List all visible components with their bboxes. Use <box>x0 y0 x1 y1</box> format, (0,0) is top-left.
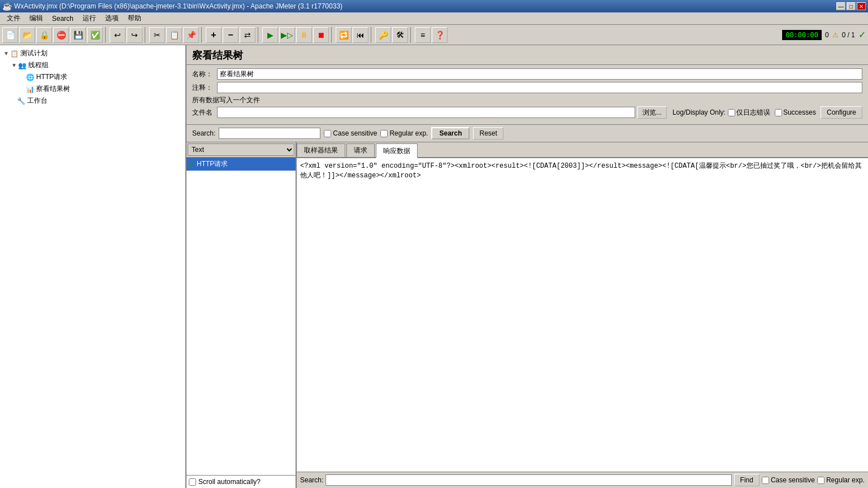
progress-display: 0 / 1 <box>842 31 855 39</box>
title-bar-buttons: — □ ✕ <box>836 2 866 10</box>
sep4 <box>258 27 260 43</box>
search-button[interactable]: Search <box>431 127 470 140</box>
tree-icon-thread-group: 👥 <box>18 62 27 69</box>
list-item[interactable]: ✔ HTTP请求 <box>186 158 296 171</box>
successes-checkbox[interactable] <box>775 109 782 116</box>
name-input[interactable] <box>217 68 862 80</box>
bottom-case-checkbox[interactable] <box>762 477 769 484</box>
tab-response-data[interactable]: 响应数据 <box>376 143 418 158</box>
remove-btn[interactable]: − <box>223 27 238 43</box>
response-content: <?xml version="1.0" encoding="UTF-8"?><x… <box>297 158 868 472</box>
undo-btn[interactable]: ↩ <box>110 27 125 43</box>
title-bar-text: WxActivity.jmx (D:\Program Files (x86)\a… <box>14 2 836 10</box>
log-options-inline: Log/Display Only: <box>672 108 726 116</box>
section-header: 所有数据写入一个文件 <box>192 95 862 105</box>
maximize-button[interactable]: □ <box>847 2 856 10</box>
tree-item-test-plan[interactable]: ▼📋测试计划 <box>2 47 183 59</box>
component-title: 察看结果树 <box>186 45 868 65</box>
tree-item-workbench[interactable]: 🔧工作台 <box>2 95 183 107</box>
left-panel: ▼📋测试计划▼👥线程组🌐HTTP请求📊察看结果树🔧工作台 <box>0 45 186 488</box>
regexp-label: Regular exp. <box>380 129 428 137</box>
browse-button[interactable]: 浏览... <box>637 106 667 119</box>
toolbar: 📄 📂 🔒 ⛔ 💾 ✅ ↩ ↪ ✂ 📋 📌 + − ⇄ ▶ ▶▷ ⏸ ⏹ 🔁 ⏮… <box>0 25 868 45</box>
menu-item-运行[interactable]: 运行 <box>78 12 101 24</box>
menu-item-Search[interactable]: Search <box>47 14 78 24</box>
tree-icon-workbench: 🔧 <box>17 97 25 105</box>
tree-label-http-request: HTTP请求 <box>36 72 67 82</box>
start-btn[interactable]: ▶ <box>262 27 278 43</box>
errors-label: 仅日志错误 <box>736 108 770 117</box>
tree-item-view-results-tree[interactable]: 📊察看结果树 <box>2 83 183 95</box>
status-success-icon: ✔ <box>189 160 194 168</box>
menu-bar: 文件编辑Search运行选项帮助 <box>0 12 868 25</box>
save-btn[interactable]: 💾 <box>70 27 86 43</box>
tree-label-workbench: 工作台 <box>27 96 47 106</box>
name-row: 名称： <box>192 68 862 80</box>
warning-count: 0 <box>825 31 829 39</box>
success-icon: ✓ <box>858 29 866 40</box>
menu-item-选项[interactable]: 选项 <box>101 12 123 24</box>
remote-start-btn[interactable]: 🔁 <box>336 27 351 43</box>
menu-item-文件[interactable]: 文件 <box>2 12 25 24</box>
table-btn[interactable]: ≡ <box>415 27 431 43</box>
bottom-search-bar: Search: Find Case sensitive Regular exp. <box>297 472 868 488</box>
ssl-btn[interactable]: 🔑 <box>375 27 391 43</box>
sep1 <box>105 27 107 43</box>
copy-btn[interactable]: 📋 <box>166 27 182 43</box>
stop-btn[interactable]: ⏹ <box>313 27 329 43</box>
form-area: 名称： 注释： 所有数据写入一个文件 文件名 浏览... Log/Display… <box>186 65 868 125</box>
function-btn[interactable]: 🛠 <box>392 27 408 43</box>
title-bar: ☕ WxActivity.jmx (D:\Program Files (x86)… <box>0 0 868 12</box>
tab-request[interactable]: 请求 <box>346 143 375 157</box>
close-btn[interactable]: ⛔ <box>53 27 69 43</box>
new-btn[interactable]: 📄 <box>2 27 18 43</box>
tree-label-thread-group: 线程组 <box>28 60 49 70</box>
search-input[interactable] <box>219 128 320 139</box>
menu-item-帮助[interactable]: 帮助 <box>123 12 146 24</box>
bottom-case-label: Case sensitive <box>762 476 815 484</box>
paste-btn[interactable]: 📌 <box>183 27 199 43</box>
scroll-label: Scroll automatically? <box>198 478 261 486</box>
cut-btn[interactable]: ✂ <box>149 27 165 43</box>
remote-stop-btn[interactable]: ⏮ <box>353 27 368 43</box>
minimize-button[interactable]: — <box>836 2 845 10</box>
regexp-checkbox[interactable] <box>380 130 388 137</box>
right-panel: 察看结果树 名称： 注释： 所有数据写入一个文件 文件名 浏览... Log/D… <box>186 45 868 488</box>
sep5 <box>331 27 333 43</box>
open-btn[interactable]: 📂 <box>19 27 35 43</box>
redo-btn[interactable]: ↪ <box>127 27 142 43</box>
comment-row: 注释： <box>192 82 862 93</box>
list-items: ✔ HTTP请求 <box>186 158 296 475</box>
scroll-checkbox[interactable] <box>189 478 196 486</box>
comment-input[interactable] <box>217 82 862 93</box>
tabs-bar: 取样器结果 请求 响应数据 <box>297 142 868 158</box>
help-btn[interactable]: ❓ <box>432 27 448 43</box>
template-btn[interactable]: 🔒 <box>36 27 52 43</box>
view-dropdown[interactable]: Text <box>188 143 294 156</box>
name-label: 名称： <box>192 69 215 79</box>
search-label: Search: <box>192 129 215 137</box>
configure-button[interactable]: Configure <box>821 106 862 119</box>
add-btn[interactable]: + <box>206 27 222 43</box>
tree-item-thread-group[interactable]: ▼👥线程组 <box>2 59 183 71</box>
timer-display: 00:00:00 <box>782 30 822 40</box>
tree-label-test-plan: 测试计划 <box>20 49 47 58</box>
tab-sampler-result[interactable]: 取样器结果 <box>297 143 345 157</box>
case-sensitive-checkbox[interactable] <box>324 130 331 137</box>
file-input[interactable] <box>217 107 635 118</box>
toggle-btn[interactable]: ⇄ <box>240 27 255 43</box>
tree-item-http-request[interactable]: 🌐HTTP请求 <box>2 71 183 83</box>
pause-btn[interactable]: ⏸ <box>296 27 312 43</box>
start-no-pauses-btn[interactable]: ▶▷ <box>279 27 295 43</box>
reset-button[interactable]: Reset <box>473 127 503 140</box>
bottom-regexp-checkbox[interactable] <box>817 477 824 484</box>
validate-btn[interactable]: ✅ <box>87 27 103 43</box>
bottom-search-input[interactable] <box>326 474 731 486</box>
sep2 <box>145 27 147 43</box>
close-window-button[interactable]: ✕ <box>857 2 866 10</box>
find-button[interactable]: Find <box>734 474 760 486</box>
menu-item-编辑[interactable]: 编辑 <box>25 12 47 24</box>
content-area: Text ✔ HTTP请求 Scroll automatically? <box>186 142 868 488</box>
errors-checkbox[interactable] <box>728 109 735 116</box>
comment-label: 注释： <box>192 83 215 93</box>
